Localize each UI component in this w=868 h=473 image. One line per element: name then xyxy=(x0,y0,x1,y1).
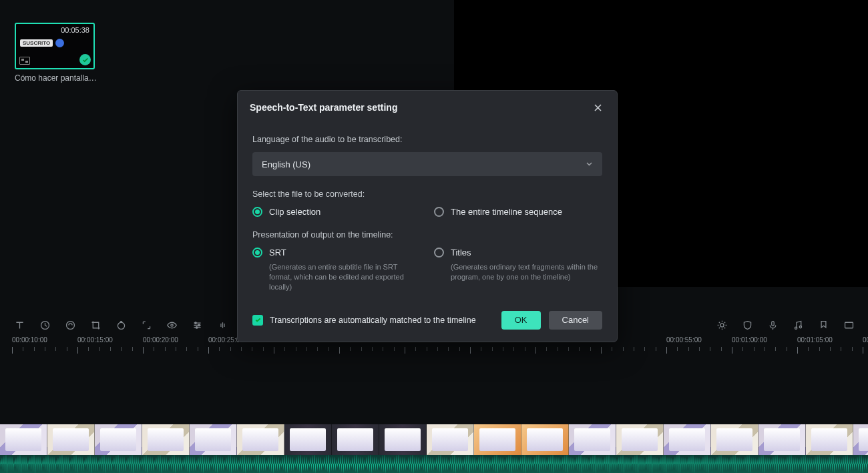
timeline-clip[interactable] xyxy=(521,424,569,455)
mic-icon[interactable] xyxy=(760,316,785,334)
radio-dot-icon xyxy=(434,248,444,258)
badge-row: SUSCRITO xyxy=(20,39,64,47)
ruler-label: 00:00:10:00 xyxy=(12,336,47,344)
gear-icon[interactable] xyxy=(709,316,734,334)
marker-icon[interactable] xyxy=(811,316,836,334)
radio-titles-label: Titles xyxy=(451,248,471,258)
radio-timeline-label: The entire timeline sequence xyxy=(451,207,562,217)
timeline-clip[interactable] xyxy=(142,424,190,455)
file-select-label: Select the file to be converted: xyxy=(252,189,602,199)
svg-point-6 xyxy=(196,326,198,328)
radio-srt[interactable]: SRT xyxy=(252,248,421,258)
svg-point-7 xyxy=(720,323,723,326)
ruler-label: 00:00:20:00 xyxy=(143,336,178,344)
svg-point-4 xyxy=(194,322,196,324)
chevron-down-icon xyxy=(586,159,593,169)
output-label: Presentation of output on the timeline: xyxy=(252,230,602,240)
timeline-clip[interactable] xyxy=(711,424,758,455)
timeline-clip[interactable] xyxy=(758,424,806,455)
language-value: English (US) xyxy=(262,159,310,169)
ruler-label: 00:01:10:00 xyxy=(863,336,868,344)
cancel-button[interactable]: Cancel xyxy=(549,311,602,330)
clip-filename: Cómo hacer pantallas ... xyxy=(15,73,97,83)
svg-point-2 xyxy=(118,322,124,329)
crop-icon[interactable] xyxy=(83,316,108,334)
timeline-clip[interactable] xyxy=(237,424,284,455)
timeline-clip[interactable] xyxy=(284,424,332,455)
svg-point-3 xyxy=(170,324,172,326)
ruler-label: 00:00:15:00 xyxy=(77,336,113,344)
timeline-clip[interactable] xyxy=(332,424,379,455)
svg-point-10 xyxy=(799,326,801,328)
close-icon[interactable] xyxy=(590,100,605,115)
language-label: Language of the audio to be transcribed: xyxy=(252,135,602,144)
sliders-icon[interactable] xyxy=(184,316,210,334)
radio-clip-label: Clip selection xyxy=(269,207,320,217)
svg-point-1 xyxy=(66,321,74,329)
fullscreen-icon[interactable] xyxy=(836,316,861,334)
timeline-clip[interactable] xyxy=(853,424,868,455)
video-track[interactable] xyxy=(0,424,868,455)
svg-point-5 xyxy=(198,324,200,326)
language-select[interactable]: English (US) xyxy=(252,152,602,176)
checkmark-icon xyxy=(79,54,91,65)
radio-dot-icon xyxy=(252,207,262,217)
eye-icon[interactable] xyxy=(159,316,184,334)
auto-match-checkbox[interactable]: Transcriptions are automatically matched… xyxy=(252,315,493,326)
svg-rect-8 xyxy=(771,321,773,326)
speech-to-text-dialog: Speech-to-Text parameter setting Languag… xyxy=(237,90,618,342)
radio-dot-icon xyxy=(434,207,444,217)
ruler-label: 00:01:00:00 xyxy=(732,336,767,344)
timeline-clip[interactable] xyxy=(379,424,427,455)
speed-icon[interactable] xyxy=(57,316,83,334)
expand-icon[interactable] xyxy=(134,316,159,334)
waveform-icon[interactable] xyxy=(210,316,235,334)
radio-entire-timeline[interactable]: The entire timeline sequence xyxy=(434,207,602,217)
titles-description: (Generates ordinary text fragments withi… xyxy=(451,262,602,282)
checkbox-icon xyxy=(252,315,263,326)
timeline-clip[interactable] xyxy=(427,424,474,455)
shield-icon[interactable] xyxy=(734,316,760,334)
auto-match-label: Transcriptions are automatically matched… xyxy=(270,316,476,325)
svg-rect-11 xyxy=(845,322,853,328)
timeline-clip[interactable] xyxy=(474,424,521,455)
timeline-clip[interactable] xyxy=(664,424,711,455)
timeline-clip[interactable] xyxy=(569,424,616,455)
ruler-label: 00:00:55:00 xyxy=(666,336,702,344)
radio-srt-label: SRT xyxy=(269,248,286,258)
media-clip-thumbnail[interactable]: 00:05:38 SUSCRITO xyxy=(15,23,95,69)
timeline-clip[interactable] xyxy=(95,424,142,455)
dialog-title: Speech-to-Text parameter setting xyxy=(250,102,590,113)
subscribe-badge: SUSCRITO xyxy=(20,39,53,47)
ruler-label: 00:01:05:00 xyxy=(797,336,833,344)
clip-duration: 00:05:38 xyxy=(61,26,89,34)
text-tool-icon[interactable] xyxy=(7,316,32,334)
timeline-clip[interactable] xyxy=(806,424,853,455)
aspect-ratio-icon xyxy=(19,57,30,65)
history-icon[interactable] xyxy=(32,316,57,334)
timeline-clip[interactable] xyxy=(47,424,95,455)
radio-dot-icon xyxy=(252,248,262,258)
radio-titles[interactable]: Titles xyxy=(434,248,602,258)
audio-track[interactable] xyxy=(0,455,868,473)
srt-description: (Generates an entire subtitle file in SR… xyxy=(269,262,421,292)
svg-point-9 xyxy=(795,327,797,329)
thumbs-up-icon xyxy=(55,39,64,47)
ok-button[interactable]: OK xyxy=(501,311,541,330)
radio-clip-selection[interactable]: Clip selection xyxy=(252,207,421,217)
stopwatch-icon[interactable] xyxy=(108,316,134,334)
timeline-clip[interactable] xyxy=(616,424,664,455)
timeline-clip[interactable] xyxy=(0,424,47,455)
music-icon[interactable] xyxy=(785,316,811,334)
timeline-clip[interactable] xyxy=(190,424,237,455)
